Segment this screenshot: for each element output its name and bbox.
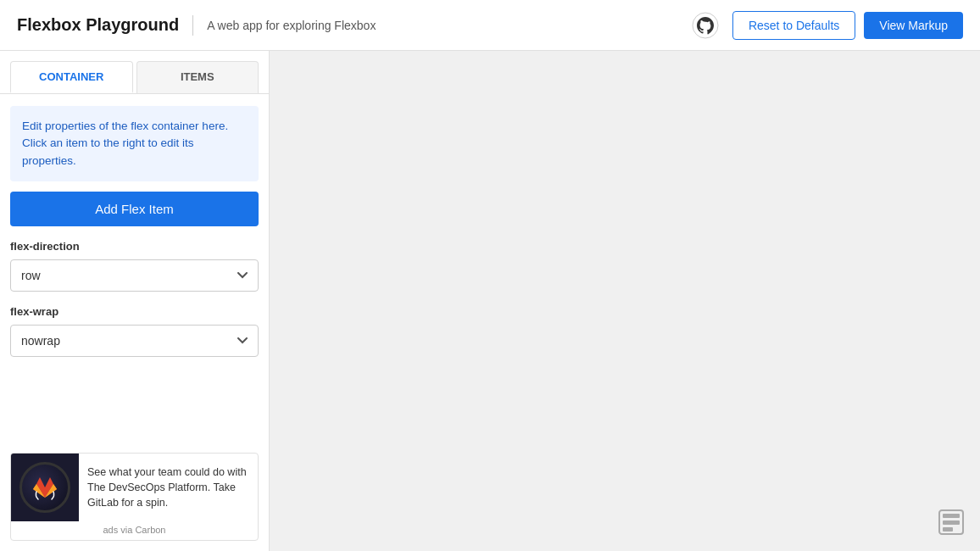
svg-rect-8 [943,520,960,525]
flex-direction-label: flex-direction [10,240,259,253]
add-flex-item-button[interactable]: Add Flex Item [10,192,259,226]
flex-wrap-section: flex-wrap nowrap wrap wrap-reverse [0,305,269,370]
preview-area [270,51,980,551]
sidebar: CONTAINER ITEMS Edit properties of the f… [0,51,270,551]
header: Flexbox Playground A web app for explori… [0,0,980,51]
ad-banner[interactable]: See what your team could do with The Dev… [10,453,259,541]
view-markup-button[interactable]: View Markup [864,12,963,39]
flex-wrap-label: flex-wrap [10,305,259,318]
svg-rect-9 [943,527,953,532]
ad-content: See what your team could do with The Dev… [11,454,258,521]
ad-footer: ads via Carbon [11,521,258,540]
shield-badge-icon [936,507,966,537]
svg-rect-7 [943,514,960,518]
svg-marker-1 [36,477,53,498]
main-layout: CONTAINER ITEMS Edit properties of the f… [0,51,980,551]
tab-container[interactable]: CONTAINER [10,61,133,93]
flex-wrap-select[interactable]: nowrap wrap wrap-reverse [10,325,259,357]
flex-direction-select[interactable]: row row-reverse column column-reverse [10,259,259,292]
ad-image [11,454,79,521]
tab-items[interactable]: ITEMS [136,61,259,93]
ad-text: See what your team could do with The Dev… [79,458,258,517]
sidebar-tabs: CONTAINER ITEMS [0,51,269,94]
header-divider [192,15,193,36]
gitlab-logo-icon [28,470,62,504]
svg-point-0 [693,13,718,38]
github-icon[interactable] [692,12,719,39]
app-title: Flexbox Playground [17,15,179,35]
app-subtitle: A web app for exploring Flexbox [207,19,376,32]
reset-to-defaults-button[interactable]: Reset to Defaults [732,11,855,40]
flex-direction-section: flex-direction row row-reverse column co… [0,240,269,305]
info-box: Edit properties of the flex container he… [10,106,259,181]
ad-image-inner [19,462,70,513]
